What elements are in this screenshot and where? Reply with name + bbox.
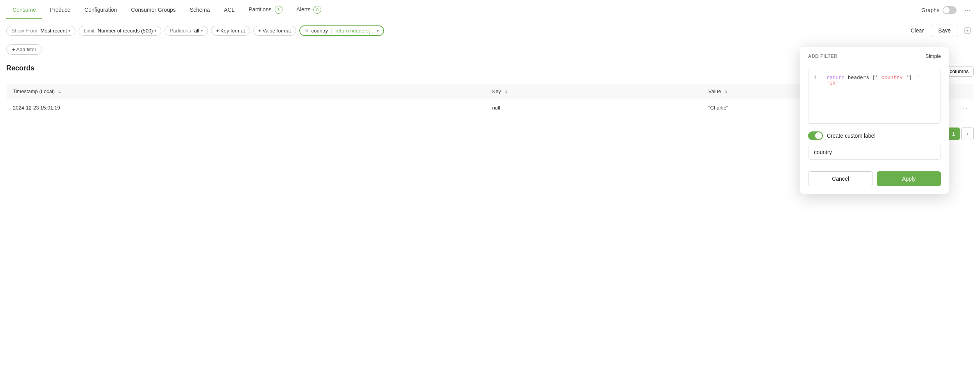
cell-timestamp: 2024-12-23 15:01:19: [7, 99, 486, 117]
tab-schema-label: Schema: [190, 7, 210, 13]
custom-label-section: Create custom label: [800, 128, 949, 145]
value-format-label: + Value format: [258, 28, 291, 34]
partitions-badge: 3: [275, 6, 283, 14]
tab-produce[interactable]: Produce: [44, 1, 77, 19]
tab-alerts-label: Alerts: [297, 6, 311, 13]
limit-filter[interactable]: Limit Number of records (500) ▾: [79, 26, 161, 36]
partitions-label: Partitions: [170, 28, 191, 34]
tab-configuration[interactable]: Configuration: [78, 1, 123, 19]
partitions-filter[interactable]: Partitions all ▾: [165, 26, 207, 36]
key-format-button[interactable]: + Key format: [211, 26, 250, 36]
keyword-return: return: [826, 75, 845, 81]
export-icon[interactable]: [961, 24, 974, 37]
simple-mode-button[interactable]: Simple: [925, 53, 941, 59]
graphs-label: Graphs: [921, 7, 939, 13]
top-nav: Consume Produce Configuration Consumer G…: [0, 0, 980, 20]
tab-alerts[interactable]: Alerts 0: [290, 0, 328, 20]
filter-bar: Show From Most recent ▾ Limit Number of …: [0, 20, 980, 41]
save-button[interactable]: Save: [931, 25, 958, 36]
tab-consume[interactable]: Consume: [6, 1, 42, 19]
tab-consume-label: Consume: [13, 7, 36, 13]
tab-partitions[interactable]: Partitions 3: [242, 0, 288, 20]
partitions-chevron-icon: ▾: [201, 29, 203, 33]
records-title: Records: [6, 64, 34, 72]
show-from-label: Show From: [11, 28, 37, 34]
value-format-button[interactable]: + Value format: [253, 26, 296, 36]
tab-consumer-groups-label: Consumer Groups: [131, 7, 175, 13]
tab-produce-label: Produce: [50, 7, 70, 13]
limit-value: Number of records (500): [98, 28, 153, 34]
code-string-key: country: [881, 75, 903, 81]
sort-key-icon: ⇅: [504, 90, 507, 94]
close-filter-icon[interactable]: ✕: [305, 28, 309, 34]
cell-key: null: [486, 99, 702, 117]
show-from-chevron-icon: ▾: [68, 29, 70, 33]
active-filter-value: return headers[…: [336, 28, 375, 34]
panel-header: ADD FILTER Simple: [800, 47, 949, 64]
filter-panel: ADD FILTER Simple 1 return headers [' co…: [800, 47, 949, 145]
line-number: 1: [814, 75, 820, 118]
active-filter-key: country: [311, 28, 328, 34]
graphs-toggle[interactable]: [942, 6, 957, 14]
custom-label-text: Create custom label: [827, 133, 876, 139]
sort-value-icon: ⇅: [724, 90, 727, 94]
partitions-value: all: [194, 28, 199, 34]
show-from-filter[interactable]: Show From Most recent ▾: [6, 26, 75, 36]
tab-schema[interactable]: Schema: [184, 1, 216, 19]
next-page-button[interactable]: ›: [961, 128, 974, 140]
main-content: Records ⚙ Edit columns Timestamp (Local)…: [0, 58, 980, 145]
tab-consumer-groups[interactable]: Consumer Groups: [125, 1, 182, 19]
code-content: return headers [' country '] == 'UK': [826, 75, 935, 118]
add-filter-label: + Add filter: [12, 47, 36, 52]
code-string-value: 'UK': [826, 81, 839, 86]
col-header-timestamp[interactable]: Timestamp (Local) ⇅: [7, 84, 486, 99]
limit-label: Limit: [84, 28, 94, 34]
tab-partitions-label: Partitions: [249, 6, 271, 13]
code-editor[interactable]: 1 return headers [' country '] == 'UK': [808, 69, 941, 124]
graphs-area: Graphs: [921, 6, 957, 14]
code-mid: headers: [848, 75, 869, 81]
show-from-value: Most recent: [40, 28, 67, 34]
custom-label-toggle-row: Create custom label: [808, 131, 941, 140]
more-menu-button[interactable]: ···: [961, 4, 974, 16]
col-header-key[interactable]: Key ⇅: [486, 84, 702, 99]
active-filter-country[interactable]: ✕ country | return headers[… ▾: [299, 25, 384, 36]
row-more-button[interactable]: ···: [957, 99, 973, 117]
alerts-badge: 0: [313, 6, 321, 14]
active-filter-chevron-icon: ▾: [377, 29, 379, 33]
tab-acl[interactable]: ACL: [218, 1, 241, 19]
code-operator: ==: [915, 75, 921, 81]
code-bracket-open: [': [872, 75, 878, 81]
limit-chevron-icon: ▾: [154, 29, 156, 33]
page-1-button[interactable]: 1: [947, 128, 960, 140]
sort-timestamp-icon: ⇅: [58, 90, 61, 94]
chevron-right-icon: ›: [967, 131, 968, 137]
add-filter-button[interactable]: + Add filter: [6, 44, 42, 55]
clear-button[interactable]: Clear: [907, 25, 928, 36]
code-bracket-close: ']: [906, 75, 912, 81]
tab-configuration-label: Configuration: [84, 7, 117, 13]
custom-label-toggle[interactable]: [808, 131, 823, 140]
tab-acl-label: ACL: [224, 7, 234, 13]
key-format-label: + Key format: [216, 28, 245, 34]
panel-title: ADD FILTER: [808, 54, 837, 59]
